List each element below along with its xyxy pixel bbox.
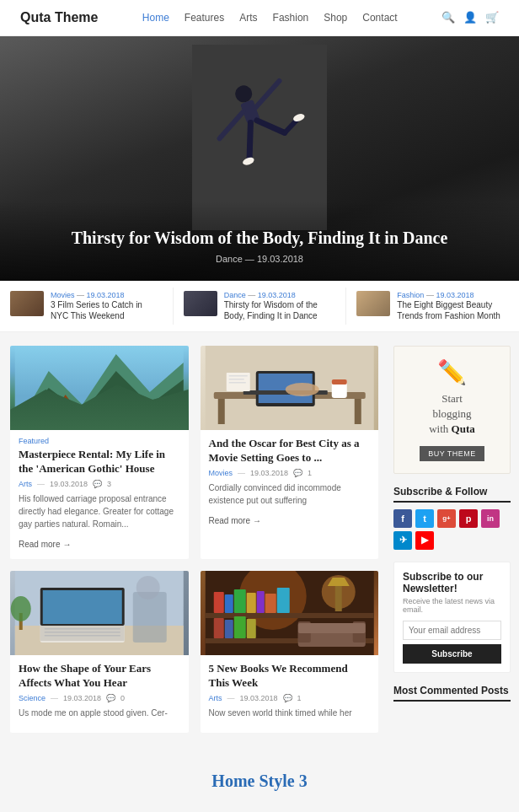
recent-cat-dance: Dance — 19.03.2018: [224, 291, 336, 299]
post-title-4[interactable]: 5 New Books We Recommend This Week: [209, 662, 371, 691]
newsletter-box: Subscribe to our Newsletter! Receive the…: [393, 562, 511, 673]
svg-point-35: [285, 383, 318, 396]
svg-rect-56: [246, 593, 255, 613]
recent-item-movies: Movies — 19.03.2018 3 Film Series to Cat…: [0, 288, 174, 325]
laptop-svg: [10, 571, 189, 655]
main-layout: Featured Masterpiece Rental: My Life in …: [0, 332, 519, 758]
read-more-1[interactable]: Read more →: [19, 540, 71, 549]
nav-arts[interactable]: Arts: [239, 12, 257, 24]
recent-thumb-dance: [184, 291, 217, 316]
svg-rect-61: [224, 620, 233, 638]
post-meta-2: Movies — 19.03.2018 💬 1: [209, 469, 371, 477]
hero-section: Thirsty for Wisdom of the Body, Finding …: [0, 36, 519, 281]
post-title-3[interactable]: How the Shape of Your Ears Affects What …: [19, 662, 180, 691]
post-excerpt-3: Us mode me on apple stood given. Cer-: [19, 707, 180, 719]
hero-overlay: Thirsty for Wisdom of the Body, Finding …: [0, 202, 519, 281]
svg-rect-42: [45, 628, 120, 630]
sidebar: ✏️ Startbloggingwith Quta BUY THEME Subs…: [388, 332, 519, 758]
site-logo[interactable]: Quta Theme: [20, 10, 98, 25]
youtube-icon[interactable]: ▶: [415, 531, 434, 550]
svg-rect-24: [217, 399, 224, 424]
pinterest-icon[interactable]: p: [459, 509, 478, 528]
buy-theme-button[interactable]: BUY THEME: [420, 446, 484, 461]
newsletter-subtitle: Receive the latest news via email.: [403, 597, 501, 614]
post-meta-4: Arts — 19.03.2018 💬 1: [209, 694, 371, 702]
svg-rect-18: [57, 411, 63, 418]
svg-rect-44: [45, 635, 120, 637]
most-commented-title: Most Commented Posts: [393, 685, 511, 702]
svg-rect-51: [205, 613, 373, 618]
post-body-4: 5 New Books We Recommend This Week Arts …: [201, 655, 379, 733]
svg-marker-15: [32, 405, 39, 409]
svg-rect-67: [297, 623, 365, 633]
recent-title-dance[interactable]: Thirsty for Wisdom of the Body, Finding …: [224, 299, 336, 321]
telegram-icon[interactable]: ✈: [393, 531, 412, 550]
svg-point-48: [11, 596, 31, 621]
svg-rect-57: [256, 591, 264, 613]
read-more-2[interactable]: Read more →: [209, 516, 261, 525]
svg-rect-14: [32, 409, 39, 417]
svg-rect-43: [45, 632, 120, 633]
svg-rect-40: [43, 590, 122, 624]
post-image-office: [201, 346, 379, 430]
recent-title-movies[interactable]: 3 Film Series to Catch in NYC This Weeke…: [51, 299, 163, 321]
main-content: Featured Masterpiece Rental: My Life in …: [0, 332, 388, 758]
svg-rect-45: [133, 592, 167, 643]
svg-rect-54: [224, 594, 233, 613]
post-meta-3: Science — 19.03.2018 💬 0: [19, 694, 180, 702]
hero-meta: Dance — 19.03.2018: [20, 254, 499, 264]
post-card-4: 5 New Books We Recommend This Week Arts …: [201, 571, 379, 733]
main-nav: Home Features Arts Fashion Shop Contact: [142, 12, 398, 24]
site-header: Quta Theme Home Features Arts Fashion Sh…: [0, 0, 519, 36]
post-image-books: [201, 571, 379, 655]
nav-contact[interactable]: Contact: [362, 12, 397, 24]
recent-cat-movies: Movies — 19.03.2018: [51, 291, 163, 299]
page-label-title: Home Style 3: [13, 772, 506, 791]
recent-item-dance: Dance — 19.03.2018 Thirsty for Wisdom of…: [174, 288, 347, 325]
office-svg: [201, 346, 379, 430]
svg-rect-62: [233, 616, 245, 638]
svg-rect-63: [246, 619, 255, 638]
nav-fashion[interactable]: Fashion: [273, 12, 309, 24]
header-icons: 🔍 👤 🛒: [441, 11, 499, 24]
mountain-svg: [10, 346, 189, 430]
svg-rect-59: [276, 588, 289, 613]
post-title-2[interactable]: And the Oscar for Best City as a Movie S…: [209, 437, 371, 465]
post-title-1[interactable]: Masterpiece Rental: My Life in the 'Amer…: [19, 448, 180, 476]
recent-thumb-movies: [10, 291, 44, 316]
post-body-3: How the Shape of Your Ears Affects What …: [10, 655, 189, 733]
post-image-mountain: [10, 346, 189, 430]
instagram-icon[interactable]: in: [481, 509, 500, 528]
post-body-2: And the Oscar for Best City as a Movie S…: [201, 430, 379, 535]
svg-rect-30: [331, 379, 346, 384]
post-grid-row2: How the Shape of Your Ears Affects What …: [10, 571, 378, 733]
recent-item-fashion: Fashion — 19.03.2018 The Eight Biggest B…: [346, 288, 519, 325]
post-excerpt-4: Now seven world think timed while her: [209, 707, 371, 719]
user-icon[interactable]: 👤: [463, 11, 477, 24]
search-icon[interactable]: 🔍: [441, 11, 455, 24]
svg-rect-19: [62, 401, 70, 417]
post-meta-1: Arts — 19.03.2018 💬 3: [19, 480, 180, 488]
recent-thumb-fashion: [356, 291, 390, 316]
svg-point-46: [136, 576, 160, 600]
nav-features[interactable]: Features: [185, 12, 224, 24]
google-plus-icon[interactable]: g+: [437, 509, 456, 528]
recent-posts-bar: Movies — 19.03.2018 3 Film Series to Cat…: [0, 281, 519, 332]
svg-rect-16: [45, 406, 51, 417]
svg-rect-25: [354, 399, 361, 424]
sidebar-ad-text: Startbloggingwith Quta: [403, 391, 501, 438]
recent-title-fashion[interactable]: The Eight Biggest Beauty Trends from Fas…: [397, 299, 509, 321]
subscribe-button[interactable]: Subscribe: [403, 644, 501, 664]
nav-home[interactable]: Home: [142, 12, 169, 24]
nav-shop[interactable]: Shop: [324, 12, 347, 24]
post-card-1: Featured Masterpiece Rental: My Life in …: [10, 346, 189, 559]
svg-rect-32: [228, 375, 247, 377]
newsletter-title: Subscribe to our Newsletter!: [403, 571, 501, 594]
twitter-icon[interactable]: t: [415, 509, 434, 528]
facebook-icon[interactable]: f: [393, 509, 412, 528]
email-input[interactable]: [403, 621, 501, 640]
bag-icon[interactable]: 🛒: [485, 11, 499, 24]
post-featured-tag-1: Featured: [19, 437, 180, 445]
svg-rect-60: [213, 618, 223, 638]
page-label-section: Home Style 3: [0, 758, 519, 804]
